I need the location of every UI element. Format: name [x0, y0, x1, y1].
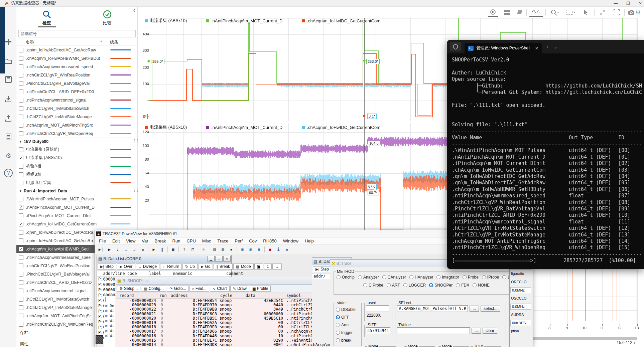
menu-break[interactable]: Break	[155, 238, 166, 243]
menu-view[interactable]: View	[126, 238, 135, 243]
go-button[interactable]: ▶Go	[198, 264, 213, 270]
select-button[interactable]: select...	[481, 306, 500, 312]
cursor-arrow-icon[interactable]	[581, 8, 591, 17]
signal-checkbox[interactable]: ✓	[19, 222, 23, 226]
fit-view-icon[interactable]: ▾	[563, 8, 578, 17]
step-button[interactable]: ▶|Step	[313, 266, 332, 272]
config-button[interactable]: ▦Config...	[141, 286, 166, 292]
size-input[interactable]	[366, 327, 390, 334]
signal-row[interactable]: .ntiPinchCtrlZCL\gVR_WinOpenReq	[16, 129, 137, 138]
close-tab-icon[interactable]: ✕	[535, 46, 538, 51]
signal-row[interactable]: 电流采集 (原始值)	[16, 145, 137, 154]
menu-cov[interactable]: Cov	[249, 238, 257, 243]
over-button[interactable]: ▶Over	[117, 264, 135, 270]
signal-row[interactable]: .ntiPinchAcqn\wmrmeasured_speed	[16, 62, 137, 71]
toolbar-button[interactable]: ▶	[105, 246, 113, 253]
terminal-tab[interactable]: >_ 管理员: Windows PowerShell ✕	[465, 43, 542, 53]
legend-item[interactable]: .chAcqn\m_IoHwIDC_GetCurrentCom	[302, 124, 380, 130]
child-close-button[interactable]: ✕	[223, 256, 231, 262]
toolbar-button[interactable]: ▥	[219, 246, 227, 253]
radio-iprobe[interactable]: IProbe	[482, 275, 499, 280]
up-button[interactable]: ↻Up	[182, 264, 198, 270]
signal-row[interactable]: ✓.chAcqn\m_IoHwIDC_GetCurrentCom	[16, 220, 137, 228]
signal-row[interactable]: .hCtrlZCL\gVP_IrvMotStateManage	[16, 113, 137, 121]
data-tip[interactable]: 104.0	[368, 141, 380, 146]
signal-row[interactable]: 电源电压采集	[16, 179, 137, 187]
toolbar-button[interactable]: ⇣	[114, 246, 122, 253]
column-name[interactable]: 名称	[26, 39, 34, 45]
import-down-icon[interactable]	[3, 94, 14, 105]
report-doc-icon[interactable]	[3, 131, 14, 143]
signal-line-icon[interactable]: ▾	[529, 8, 543, 17]
radio-fdx[interactable]: FDX	[456, 283, 469, 288]
signal-row[interactable]: .ntiPinchAcqn\wmrcontrol_signal	[16, 96, 137, 104]
toolbar-button[interactable]: ↓	[122, 246, 130, 253]
draw-button[interactable]: ✎Draw	[230, 286, 249, 292]
radio-logger[interactable]: LOGGER	[403, 283, 426, 288]
signal-checkbox[interactable]	[19, 64, 23, 69]
signal-row[interactable]: ✓.nAntiPinchAcqn\m_MOT_Current_D	[16, 203, 137, 211]
select-more-button[interactable]: ...	[470, 306, 479, 312]
terminal-output[interactable]: SNOOPerToCSV Ver2.0Auther: LuChiChickOpe…	[452, 57, 642, 264]
signal-checkbox[interactable]	[19, 115, 23, 119]
tab-compare[interactable]: 比较	[77, 9, 137, 29]
snoop-row[interactable]: -00000000160D:FE4FDA46snoop10..ntiPinchC…	[116, 334, 338, 338]
expand-icon[interactable]	[598, 8, 608, 17]
menu-file[interactable]: File	[99, 238, 106, 243]
toolbar-button[interactable]: ●	[266, 246, 274, 253]
toolbar-button[interactable]: ▶|	[97, 246, 105, 253]
toolbar-button[interactable]: ∥	[158, 246, 166, 253]
menu-cpu[interactable]: CPU	[186, 238, 196, 243]
signal-checkbox[interactable]	[19, 297, 23, 302]
profile-button[interactable]: ▆Profile	[250, 286, 271, 292]
help-icon[interactable]: ?	[4, 169, 13, 177]
snoop-column-record[interactable]: record	[117, 293, 157, 298]
signal-row[interactable]: .iPinchAcqn\m_MOT_Current_DInit	[16, 211, 137, 220]
radio-integrator[interactable]: Integrator	[436, 275, 459, 280]
snoop-row[interactable]: -00000000180D:FE4FD9F8snoop00..hCtrlZCL\…	[116, 325, 338, 329]
signal-checkbox[interactable]	[19, 81, 23, 86]
snoop-row[interactable]: -00000000220D:FE4FD9B8snoop3A49..PinchCt…	[116, 307, 338, 312]
child-minimize-button[interactable]: ▁	[207, 256, 215, 262]
signal-checkbox[interactable]	[19, 289, 23, 293]
toolbar-button[interactable]: ▤	[211, 246, 219, 253]
snoop-column-run[interactable]: run	[157, 293, 169, 298]
setup-button[interactable]: ⚒Setup...	[117, 286, 140, 292]
signal-row[interactable]: ✓电流采集 (ABSx10)	[16, 154, 137, 162]
signal-checkbox[interactable]	[19, 213, 23, 218]
radio-trigger[interactable]: trigger	[336, 330, 353, 335]
radio-break[interactable]: break	[336, 338, 351, 343]
layout-grid-icon[interactable]	[502, 8, 512, 17]
radio-disable[interactable]: DISable	[336, 307, 356, 312]
return-button[interactable]: ↲Return	[160, 264, 182, 270]
legend-item[interactable]: .nAntiPinchAcqn\m_MOT_Current_D	[206, 124, 282, 130]
signal-row[interactable]: .hCtrlZCL\gVR_IrvMotStateSwitch	[16, 104, 137, 113]
toolbar-button[interactable]: ⁇	[188, 246, 197, 253]
radio-canalyzer[interactable]: CAnalyzer	[382, 275, 406, 280]
menu-edit[interactable]: Edit	[112, 238, 120, 243]
tab-inspect[interactable]: 检查	[16, 9, 77, 29]
signal-checkbox[interactable]	[19, 280, 23, 285]
signal-checkbox[interactable]	[19, 98, 23, 103]
new-tab-button[interactable]: +	[546, 44, 549, 49]
radio-none[interactable]: NONE	[473, 283, 490, 288]
snoop-row[interactable]: -00000000230D:FE4FD970snoop0440..nchCtrl…	[116, 303, 338, 307]
signal-row[interactable]: .PinchCtrlZCL\gVR_BatVoltageVal	[16, 79, 137, 88]
filter-signals-input[interactable]	[18, 30, 136, 37]
legend-item[interactable]: .chAcqn\m_IoHwIDC_GetCurrentCom	[302, 18, 380, 24]
signal-checkbox[interactable]: ✓	[19, 247, 23, 251]
snoop-row[interactable]: -00000000200D:FE4FBB5Csnoop459B5C10..nti…	[116, 316, 338, 321]
signal-row[interactable]: .ntiPinchCtrlZCL_ARID_DEF+0x2D0	[16, 88, 137, 96]
menu-perf[interactable]: Perf	[235, 238, 243, 243]
signal-checkbox[interactable]: ✓	[19, 205, 23, 210]
export-up-icon[interactable]	[3, 113, 14, 124]
signal-checkbox[interactable]	[19, 123, 23, 128]
save-icon[interactable]	[3, 74, 14, 85]
signal-row[interactable]: 桥驱A相	[16, 162, 137, 170]
data-tip[interactable]: 3.1*	[367, 114, 377, 119]
step-button[interactable]: ▶|Step	[98, 264, 116, 270]
signal-row[interactable]: .chAcqn\m_IoHwAbHBWMR_SetHBDut	[16, 54, 137, 62]
signal-checkbox[interactable]	[19, 172, 23, 177]
toolbar-button[interactable]: ?	[180, 246, 188, 253]
radio-ciprobe[interactable]: CIProbe	[363, 283, 383, 288]
